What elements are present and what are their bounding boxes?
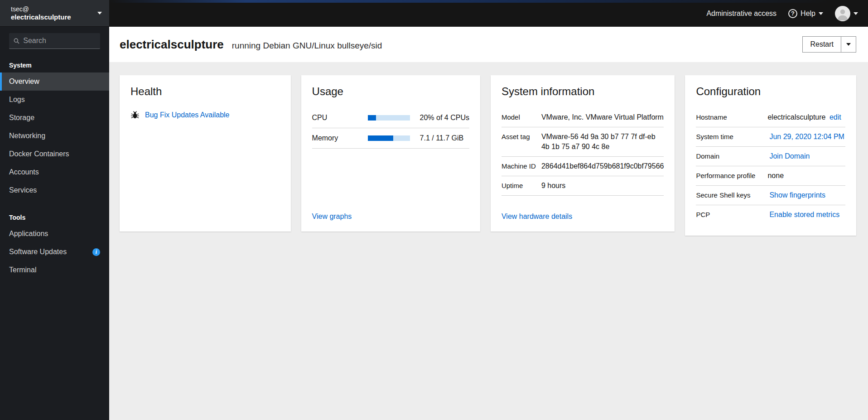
cpu-progress-bar (368, 115, 410, 121)
show-fingerprints-link[interactable]: Show fingerprints (769, 191, 825, 199)
host-user-label: tsec@ (11, 5, 97, 13)
masthead: Administrative access ? Help (109, 0, 868, 27)
config-row-system-time: System time Jun 29, 2020 12:04 PM (696, 127, 845, 147)
usage-row-memory: Memory 7.1 / 11.7 GiB (312, 128, 469, 149)
health-card-title: Health (130, 85, 280, 98)
performance-profile-value: none (767, 171, 784, 181)
cpu-usage-value: 20% of 4 CPUs (420, 114, 469, 122)
host-name-label: electricalsculpture (11, 13, 97, 21)
usage-card-title: Usage (312, 85, 469, 98)
configuration-card: Configuration Hostname electricalsculptu… (685, 75, 856, 236)
system-time-link[interactable]: Jun 29, 2020 12:04 PM (769, 133, 844, 140)
config-row-hostname: Hostname electricalsculpture edit (696, 108, 845, 127)
page-subtitle: running Debian GNU/Linux bullseye/sid (232, 41, 382, 51)
sysinfo-row-uptime: Uptime 9 hours (502, 176, 664, 196)
info-icon: i (92, 248, 100, 256)
sidebar-item-docker-containers[interactable]: Docker Containers (0, 145, 109, 163)
view-hardware-details-link[interactable]: View hardware details (502, 212, 572, 220)
page-title: electricalsculpture (120, 38, 224, 52)
configuration-title: Configuration (696, 85, 845, 98)
sidebar-item-logs[interactable]: Logs (0, 91, 109, 109)
restart-button[interactable]: Restart (803, 37, 841, 52)
sysinfo-row-asset-tag: Asset tag VMware-56 4d 9a 30 b7 77 7f df… (502, 127, 664, 157)
sidebar-item-overview[interactable]: Overview (0, 72, 109, 91)
sysinfo-row-machine-id: Machine ID 2864d41bef864d759b681f9c0bf79… (502, 157, 664, 176)
config-row-domain: Domain Join Domain (696, 147, 845, 166)
sidebar-item-networking[interactable]: Networking (0, 127, 109, 145)
enable-stored-metrics-link[interactable]: Enable stored metrics (769, 211, 839, 218)
memory-progress-bar (368, 135, 410, 141)
chevron-down-icon (846, 43, 851, 46)
help-icon: ? (788, 9, 797, 18)
sidebar-item-storage[interactable]: Storage (0, 109, 109, 127)
bug-icon (130, 111, 140, 120)
search-icon (14, 38, 19, 44)
usage-row-cpu: CPU 20% of 4 CPUs (312, 108, 469, 128)
chevron-down-icon (97, 12, 102, 14)
help-menu[interactable]: ? Help (788, 9, 823, 18)
nav-section-system: System (0, 53, 109, 72)
bug-fix-updates-link[interactable]: Bug Fix Updates Available (145, 111, 229, 119)
memory-label: Memory (312, 134, 368, 142)
sidebar: tsec@ electricalsculpture System Overvie… (0, 0, 109, 420)
person-icon (835, 6, 850, 21)
search-box[interactable] (9, 33, 100, 49)
hostname-value: electricalsculpture (767, 113, 825, 121)
restart-dropdown-toggle[interactable] (841, 37, 856, 52)
memory-usage-value: 7.1 / 11.7 GiB (420, 134, 464, 142)
avatar (835, 6, 850, 21)
main-content: electricalsculpture running Debian GNU/L… (109, 27, 868, 420)
nav-section-tools: Tools (0, 206, 109, 225)
chevron-down-icon (819, 12, 823, 15)
join-domain-link[interactable]: Join Domain (769, 152, 810, 160)
config-row-secure-shell-keys: Secure Shell keys Show fingerprints (696, 186, 845, 205)
sidebar-item-applications[interactable]: Applications (0, 225, 109, 243)
page-header: electricalsculpture running Debian GNU/L… (109, 27, 868, 62)
administrative-access-button[interactable]: Administrative access (706, 10, 776, 18)
sysinfo-row-model: Model VMware, Inc. VMware Virtual Platfo… (502, 108, 664, 127)
sidebar-item-services[interactable]: Services (0, 181, 109, 199)
host-selector[interactable]: tsec@ electricalsculpture (0, 0, 109, 27)
sidebar-item-accounts[interactable]: Accounts (0, 163, 109, 181)
edit-hostname-link[interactable]: edit (829, 113, 841, 121)
sidebar-item-software-updates[interactable]: Software Updates i (0, 243, 109, 261)
system-information-card: System information Model VMware, Inc. VM… (491, 75, 675, 232)
health-card: Health Bug Fix Updates Available (120, 75, 291, 232)
chevron-down-icon (854, 12, 858, 15)
sidebar-item-terminal[interactable]: Terminal (0, 261, 109, 279)
cpu-label: CPU (312, 114, 368, 122)
usage-card: Usage CPU 20% of 4 CPUs Memory 7.1 / 11.… (301, 75, 480, 232)
user-menu[interactable] (835, 6, 858, 21)
config-row-performance-profile: Performance profile none (696, 166, 845, 186)
view-graphs-link[interactable]: View graphs (312, 212, 352, 220)
search-input[interactable] (23, 37, 96, 45)
restart-split-button: Restart (802, 36, 856, 53)
system-information-title: System information (502, 85, 664, 98)
config-row-pcp: PCP Enable stored metrics (696, 205, 845, 224)
